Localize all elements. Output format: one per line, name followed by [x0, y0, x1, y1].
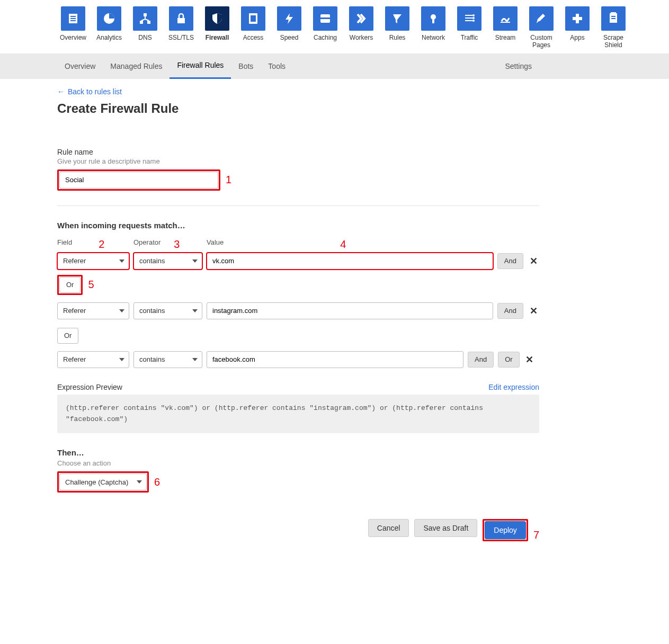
- and-button[interactable]: And: [497, 303, 523, 319]
- and-button[interactable]: And: [468, 352, 494, 368]
- nav-workers[interactable]: Workers: [345, 6, 377, 49]
- field-select-value: Referer: [63, 355, 86, 363]
- cancel-button[interactable]: Cancel: [368, 519, 409, 537]
- nav-network[interactable]: Network: [417, 6, 449, 49]
- annotation-2: 2: [99, 238, 104, 251]
- expression-label: Expression Preview: [57, 383, 122, 391]
- nav-label: Firewall: [201, 34, 233, 41]
- rule-name-input[interactable]: [59, 172, 218, 189]
- tab-bar-inner: OverviewManaged RulesFirewall RulesBotsT…: [57, 53, 539, 79]
- svg-point-13: [431, 14, 436, 20]
- operator-select[interactable]: contains: [133, 351, 202, 368]
- nav-label: Access: [237, 34, 269, 41]
- network-icon: [421, 6, 445, 31]
- ssl-tls-icon: [169, 6, 193, 31]
- nav-label: Caching: [309, 34, 341, 41]
- chevron-down-icon: [192, 309, 198, 312]
- rule-row: Referer contains And ✕: [57, 302, 539, 319]
- col-field-label: Field: [57, 238, 72, 251]
- annotation-3: 3: [174, 238, 180, 251]
- svg-rect-3: [70, 20, 76, 21]
- or-connector[interactable]: Or: [57, 328, 78, 344]
- col-operator-label: Operator: [133, 238, 160, 251]
- svg-rect-17: [465, 20, 472, 21]
- scrape-shield-icon: [601, 6, 626, 31]
- value-input[interactable]: [207, 253, 493, 270]
- annotation-5: 5: [88, 279, 94, 291]
- nav-custom-pages[interactable]: Custom Pages: [525, 6, 557, 49]
- svg-rect-1: [70, 16, 76, 17]
- svg-rect-22: [573, 17, 582, 20]
- tab-settings[interactable]: Settings: [497, 53, 539, 79]
- nav-rules[interactable]: Rules: [381, 6, 413, 49]
- footer-buttons: Cancel Save as Draft Deploy 7: [57, 519, 539, 541]
- overview-icon: [61, 6, 85, 31]
- field-select[interactable]: Referer: [57, 253, 129, 270]
- back-link-text: Back to rules list: [68, 87, 122, 96]
- nav-speed[interactable]: Speed: [273, 6, 305, 49]
- field-select[interactable]: Referer: [57, 351, 129, 368]
- traffic-icon: [457, 6, 481, 31]
- svg-rect-10: [251, 15, 256, 22]
- nav-access[interactable]: Access: [237, 6, 269, 49]
- value-input[interactable]: [207, 302, 493, 319]
- nav-dns[interactable]: DNS: [129, 6, 161, 49]
- annotation-4: 4: [340, 238, 346, 251]
- or-button[interactable]: Or: [498, 352, 519, 368]
- tab-firewall-rules[interactable]: Firewall Rules: [170, 53, 231, 79]
- svg-rect-2: [70, 18, 76, 19]
- svg-rect-7: [147, 21, 150, 24]
- edit-expression-link[interactable]: Edit expression: [488, 383, 539, 391]
- close-icon[interactable]: ✕: [524, 354, 536, 365]
- nav-label: DNS: [129, 34, 161, 41]
- tab-bar: OverviewManaged RulesFirewall RulesBotsT…: [0, 53, 669, 79]
- value-input[interactable]: [207, 351, 463, 368]
- field-select[interactable]: Referer: [57, 302, 129, 319]
- nav-ssl-tls[interactable]: SSL/TLS: [165, 6, 197, 49]
- chevron-down-icon: [119, 260, 124, 263]
- operator-select-value: contains: [139, 257, 165, 265]
- tab-managed-rules[interactable]: Managed Rules: [103, 53, 170, 79]
- action-select[interactable]: Challenge (Captcha): [59, 473, 147, 490]
- nav-label: Custom Pages: [525, 34, 557, 49]
- nav-overview[interactable]: Overview: [57, 6, 89, 49]
- workers-icon: [349, 6, 373, 31]
- operator-select[interactable]: contains: [133, 253, 202, 270]
- access-icon: [241, 6, 265, 31]
- nav-apps[interactable]: Apps: [561, 6, 593, 49]
- nav-stream[interactable]: Stream: [489, 6, 521, 49]
- tab-bots[interactable]: Bots: [231, 53, 261, 79]
- chevron-down-icon: [119, 309, 124, 312]
- page-title: Create Firewall Rule: [57, 101, 539, 116]
- nav-caching[interactable]: Caching: [309, 6, 341, 49]
- nav-label: Apps: [561, 34, 593, 41]
- nav-label: Workers: [345, 34, 377, 41]
- close-icon[interactable]: ✕: [528, 305, 539, 317]
- svg-rect-15: [465, 15, 472, 16]
- nav-label: Scrape Shield: [597, 34, 629, 49]
- svg-rect-14: [432, 19, 434, 23]
- col-value-label: Value: [207, 238, 224, 251]
- arrow-left-icon: ←: [57, 87, 65, 96]
- deploy-button[interactable]: Deploy: [485, 521, 526, 539]
- save-draft-button[interactable]: Save as Draft: [414, 519, 477, 537]
- caching-icon: [313, 6, 337, 31]
- and-button[interactable]: And: [497, 253, 523, 269]
- nav-traffic[interactable]: Traffic: [453, 6, 485, 49]
- chevron-down-icon: [192, 358, 198, 361]
- back-to-rules-link[interactable]: ← Back to rules list: [57, 87, 539, 96]
- or-connector[interactable]: Or: [59, 277, 81, 293]
- svg-rect-12: [320, 17, 330, 19]
- nav-firewall[interactable]: Firewall: [201, 6, 233, 49]
- tab-overview[interactable]: Overview: [57, 53, 103, 79]
- close-icon[interactable]: ✕: [528, 255, 539, 267]
- dns-icon: [133, 6, 157, 31]
- tab-tools[interactable]: Tools: [261, 53, 293, 79]
- chevron-down-icon: [137, 480, 142, 484]
- match-heading: When incoming requests match…: [57, 221, 539, 230]
- operator-select[interactable]: contains: [133, 302, 202, 319]
- nav-scrape-shield[interactable]: Scrape Shield: [597, 6, 629, 49]
- nav-analytics[interactable]: Analytics: [93, 6, 125, 49]
- rule-name-label: Rule name: [57, 148, 539, 156]
- chevron-down-icon: [192, 260, 198, 263]
